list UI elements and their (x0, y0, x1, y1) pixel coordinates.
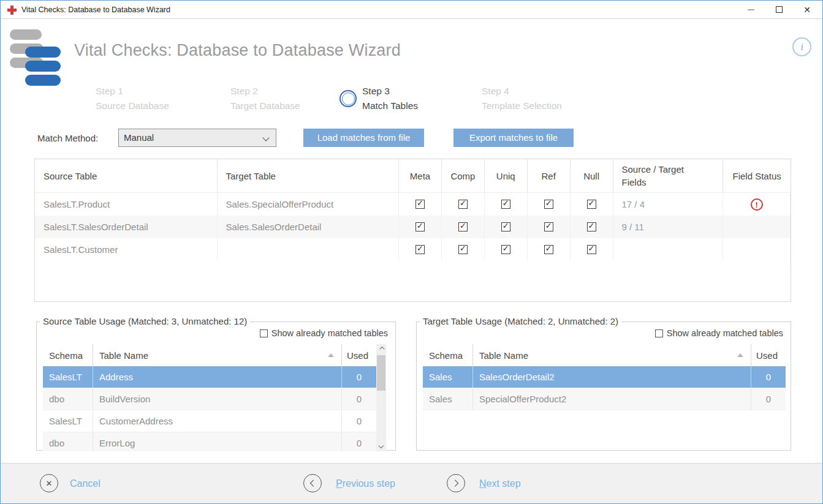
column-header-field-status[interactable]: Field Status (723, 159, 791, 192)
step-2-indicator: Step 2 Target Database (230, 84, 300, 113)
cancel-button[interactable]: ✕ (40, 474, 58, 492)
app-window: Vital Checks: Database to Database Wizar… (0, 0, 823, 504)
load-matches-button[interactable]: Load matches from file (303, 129, 424, 147)
source-usage-title: Source Table Usage (Matched: 3, Unmatche… (40, 316, 250, 326)
scroll-down-button[interactable] (376, 442, 386, 451)
usage-table-row[interactable]: Sales SpecialOfferProduct2 0 (423, 388, 786, 410)
meta-checkbox[interactable] (415, 222, 425, 231)
show-matched-label: Show already matched tables (667, 328, 783, 338)
column-header-schema[interactable]: Schema (423, 344, 473, 366)
meta-checkbox[interactable] (415, 245, 425, 254)
chevron-left-icon (310, 480, 317, 486)
sort-ascending-icon[interactable] (737, 353, 743, 357)
usage-table-row[interactable]: SalesLT Address 0 (43, 366, 376, 388)
uniq-checkbox[interactable] (501, 222, 510, 231)
target-table-cell: Sales.SalesOrderDetail (218, 216, 400, 238)
field-status-cell (723, 216, 791, 238)
comp-checkbox[interactable] (458, 200, 468, 209)
null-checkbox[interactable] (587, 200, 596, 209)
meta-checkbox[interactable] (415, 200, 425, 209)
column-header-table-name[interactable]: Table Name (473, 344, 751, 366)
show-matched-checkbox[interactable] (260, 329, 268, 337)
next-step-button[interactable] (447, 474, 465, 492)
info-icon[interactable] (792, 37, 811, 56)
column-header-schema[interactable]: Schema (43, 344, 93, 366)
ref-checkbox[interactable] (544, 200, 553, 209)
comp-checkbox[interactable] (458, 245, 468, 254)
usage-table-row[interactable]: SalesLT CustomerAddress 0 (43, 410, 376, 432)
target-table-cell: Sales.SpecialOfferProduct (218, 193, 400, 216)
column-header-uniq[interactable]: Uniq (485, 159, 528, 192)
step-number: Step 1 (96, 84, 169, 99)
match-method-select[interactable]: Manual (118, 129, 276, 147)
field-status-cell (723, 238, 791, 261)
step-4-indicator: Step 4 Template Selection (482, 84, 562, 113)
close-button[interactable]: ✕ (793, 1, 821, 18)
uniq-checkbox[interactable] (501, 245, 510, 254)
target-usage-table: Schema Table Name Used Sales SalesOrderD… (423, 344, 786, 451)
show-matched-toggle[interactable]: Show already matched tables (655, 328, 783, 338)
app-logo (10, 29, 62, 88)
ref-checkbox[interactable] (544, 245, 553, 254)
field-status-error-icon[interactable] (751, 198, 763, 211)
step-number: Step 3 (362, 84, 418, 99)
comp-checkbox[interactable] (458, 222, 468, 231)
show-matched-toggle[interactable]: Show already matched tables (260, 328, 388, 338)
window-title: Vital Checks: Database to Database Wizar… (21, 6, 170, 14)
match-table-header: Source Table Target Table Meta Comp Uniq… (35, 159, 791, 193)
column-header-target-table[interactable]: Target Table (218, 159, 400, 192)
column-header-comp[interactable]: Comp (442, 159, 485, 192)
column-header-ref[interactable]: Ref (528, 159, 571, 192)
usage-table-row[interactable]: dbo ErrorLog 0 (43, 432, 376, 451)
scrollbar-thumb[interactable] (377, 355, 385, 391)
match-table-row[interactable]: SalesLT.Product Sales.SpecialOfferProduc… (35, 193, 791, 216)
usage-table-header: Schema Table Name Used (43, 344, 376, 366)
close-icon: ✕ (803, 6, 811, 14)
source-usage-table: Schema Table Name Used SalesLT Address 0… (43, 344, 376, 451)
column-header-used[interactable]: Used (751, 344, 786, 366)
source-table-usage-group: Source Table Usage (Matched: 3, Unmatche… (36, 322, 396, 451)
match-method-label: Match Method: (37, 133, 98, 143)
vertical-scrollbar[interactable] (376, 344, 386, 451)
step-3-indicator: Step 3 Match Tables (362, 84, 418, 113)
show-matched-checkbox[interactable] (655, 329, 663, 337)
null-checkbox[interactable] (587, 245, 596, 254)
column-header-used[interactable]: Used (342, 344, 376, 366)
step-name: Template Selection (482, 99, 562, 113)
minimize-icon (748, 9, 754, 10)
fields-count-cell: 17 / 4 (613, 193, 724, 216)
maximize-icon (776, 6, 783, 13)
match-table-row[interactable]: SalesLT.SalesOrderDetail Sales.SalesOrde… (35, 216, 791, 238)
column-header-table-name[interactable]: Table Name (93, 344, 342, 366)
column-header-fields[interactable]: Source / Target Fields (613, 159, 724, 192)
chevron-up-icon (379, 347, 384, 352)
cancel-label[interactable]: Cancel (70, 478, 101, 489)
previous-step-label[interactable]: Previous step (336, 478, 395, 489)
column-header-null[interactable]: Null (571, 159, 613, 192)
usage-table-row[interactable]: Sales SalesOrderDetail2 0 (423, 366, 786, 388)
sort-ascending-icon[interactable] (328, 353, 334, 357)
export-matches-button[interactable]: Export matches to file (453, 129, 574, 147)
match-method-value: Manual (124, 132, 154, 143)
match-table: Source Table Target Table Meta Comp Uniq… (34, 159, 791, 302)
source-table-cell: SalesLT.Customer (35, 238, 218, 261)
match-table-row[interactable]: SalesLT.Customer (35, 238, 791, 261)
next-step-label[interactable]: Next step (479, 478, 521, 489)
column-header-meta[interactable]: Meta (399, 159, 442, 192)
usage-table-row[interactable]: dbo BuildVersion 0 (43, 388, 376, 410)
uniq-checkbox[interactable] (501, 200, 510, 209)
maximize-button[interactable] (765, 1, 793, 18)
title-bar: Vital Checks: Database to Database Wizar… (1, 1, 822, 19)
minimize-button[interactable] (737, 1, 765, 18)
chevron-right-icon (452, 480, 458, 486)
active-step-circle-icon (339, 90, 357, 107)
column-header-source-table[interactable]: Source Table (35, 159, 218, 192)
ref-checkbox[interactable] (544, 222, 553, 231)
fields-count-cell (613, 238, 724, 261)
previous-step-button[interactable] (303, 474, 322, 492)
source-table-cell: SalesLT.SalesOrderDetail (35, 216, 218, 238)
page-title: Vital Checks: Database to Database Wizar… (74, 41, 401, 60)
null-checkbox[interactable] (587, 222, 596, 231)
fields-count-cell: 9 / 11 (613, 216, 724, 238)
scroll-up-button[interactable] (376, 344, 386, 354)
